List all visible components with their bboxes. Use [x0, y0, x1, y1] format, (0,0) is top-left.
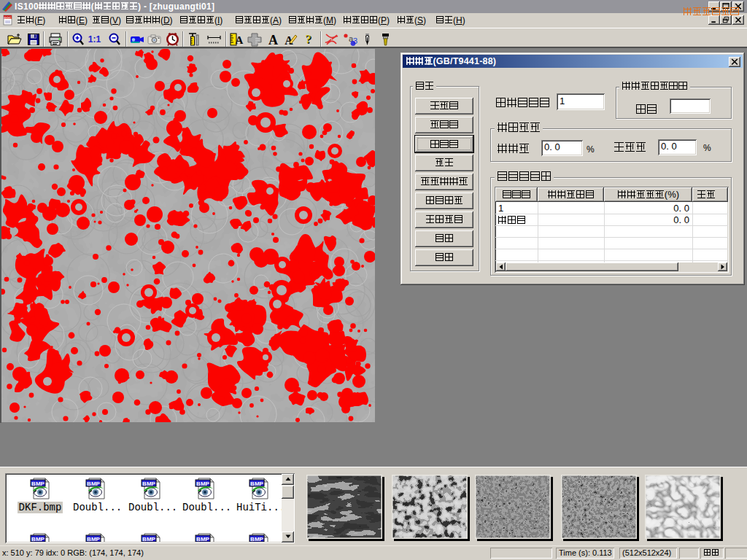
svg-text:BMP: BMP: [142, 536, 155, 542]
svg-text:BMP: BMP: [196, 536, 209, 542]
svg-text:BMP: BMP: [87, 536, 100, 542]
svg-text:A: A: [236, 34, 244, 46]
svg-text:A: A: [268, 33, 278, 47]
svg-text:?: ?: [305, 32, 311, 46]
svg-text:BMP: BMP: [31, 481, 44, 487]
svg-text:BMP: BMP: [250, 536, 263, 542]
svg-text:1:1: 1:1: [88, 34, 101, 44]
svg-text:BMP: BMP: [142, 481, 155, 487]
svg-text:BMP: BMP: [250, 481, 263, 487]
svg-text:BMP: BMP: [31, 536, 44, 542]
svg-text:BMP: BMP: [87, 481, 100, 487]
svg-text:DOC: DOC: [4, 16, 12, 20]
svg-text:BMP: BMP: [196, 481, 209, 487]
